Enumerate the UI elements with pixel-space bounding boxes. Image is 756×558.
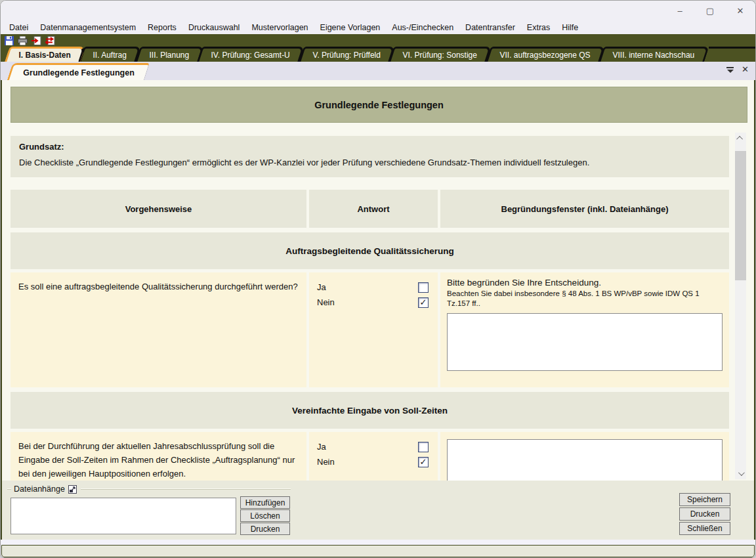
tab-viii-interne-nachschau[interactable]: VIII. interne Nachschau — [598, 47, 709, 62]
drucken-button[interactable]: Drucken — [679, 507, 730, 521]
close-button[interactable]: ✕ — [725, 1, 755, 20]
tab-label: I. Basis-Daten — [19, 51, 71, 60]
tab-iv-pruefung-gesamt-u[interactable]: IV. Prüfung: Gesamt-U — [198, 47, 305, 62]
grundsatz-text: Die Checkliste „Grundlegende Festlegunge… — [19, 158, 589, 167]
answer-cell: Ja Nein ✓ — [309, 272, 438, 387]
sub-tab-strip: Grundlegende Festlegungen ✕ — [1, 62, 755, 80]
tab-vi-pruefung-sonstige[interactable]: VI. Prüfung: Sonstige — [388, 47, 492, 62]
close-icon: ✕ — [737, 6, 744, 16]
data-transfer-button[interactable] — [45, 35, 56, 46]
print-button[interactable] — [17, 35, 28, 46]
bottom-panel: Dateianhänge Hinzufügen Löschen Drucken … — [2, 481, 754, 540]
checklist-row: Es soll eine auftragsbegleitende Qualitä… — [10, 272, 754, 387]
schliessen-button[interactable]: Schließen — [679, 522, 730, 535]
begruendung-textarea[interactable] — [447, 313, 723, 371]
answer-cell: Ja Nein ✓ — [309, 432, 438, 481]
tab-label: II. Auftrag — [93, 51, 127, 60]
tab-ii-auftrag[interactable]: II. Auftrag — [79, 47, 142, 62]
reason-note: Beachten Sie dabei insbesondere § 48 Abs… — [447, 289, 723, 309]
answer-label-nein: Nein — [317, 297, 335, 307]
column-headers: Vorgehensweise Antwort Begründungsfenste… — [10, 190, 754, 228]
menu-item-mustervorlagen[interactable]: Mustervorlagen — [245, 22, 314, 33]
question-text: Bei der Durchführung der aktuellen Jahre… — [10, 432, 306, 481]
check-in-button[interactable] — [31, 35, 42, 46]
grundsatz-box: Grundsatz: Die Checkliste „Grundlegende … — [10, 136, 729, 177]
page-title: Grundlegende Festlegungen — [10, 87, 747, 123]
tab-label: VI. Prüfung: Sonstige — [403, 51, 477, 60]
tab-label: VII. auftragsbezogene QS — [499, 51, 590, 60]
minimize-button[interactable]: – — [665, 1, 695, 20]
check-in-icon — [32, 36, 41, 45]
column-header-begruendungsfenster: Begründungsfenster (inkl. Dateianhänge) — [440, 190, 729, 228]
reason-cell — [440, 432, 729, 481]
answer-label-nein: Nein — [317, 457, 335, 467]
tab-v-pruefung-prueffeld[interactable]: V. Prüfung: Prüffeld — [299, 47, 395, 62]
pane-list-icon[interactable] — [726, 67, 734, 73]
menu-item-eigene-vorlagen[interactable]: Eigene Vorlagen — [314, 22, 387, 33]
menu-item-druckauswahl[interactable]: Druckauswahl — [182, 22, 246, 33]
speichern-button[interactable]: Speichern — [679, 493, 730, 506]
minimize-icon: – — [677, 6, 682, 16]
vertical-scrollbar[interactable] — [735, 133, 746, 479]
maximize-button[interactable]: ▢ — [695, 1, 725, 20]
drucken-attachments-button[interactable]: Drucken — [240, 523, 290, 535]
tab-i-basis-daten[interactable]: I. Basis-Daten — [5, 47, 85, 62]
save-button[interactable] — [3, 35, 14, 46]
scrollbar-up-button[interactable] — [735, 133, 746, 144]
tab-label: V. Prüfung: Prüffeld — [312, 51, 380, 60]
subtab-label: Grundlegende Festlegungen — [24, 68, 135, 77]
checklist-scroll-region: Grundlegende Festlegungen Grundsatz: Die… — [2, 80, 754, 481]
checkbox-ja[interactable] — [418, 282, 429, 293]
answer-label-ja: Ja — [317, 282, 326, 292]
tab-label: IV. Prüfung: Gesamt-U — [211, 51, 290, 60]
attachments-label: Dateianhänge — [14, 484, 65, 494]
grundsatz-heading: Grundsatz: — [19, 142, 721, 152]
menu-item-aus-einchecken[interactable]: Aus-/Einchecken — [386, 22, 459, 33]
section-title-soll-zeiten: Vereinfachte Eingabe von Soll-Zeiten — [10, 392, 729, 429]
content-area: Grundlegende Festlegungen Grundsatz: Die… — [1, 80, 755, 540]
checkbox-nein[interactable]: ✓ — [418, 297, 429, 308]
answer-label-ja: Ja — [317, 442, 326, 452]
menu-item-reports[interactable]: Reports — [142, 22, 182, 33]
scrollbar-thumb[interactable] — [735, 151, 746, 280]
tab-strip-filler — [709, 47, 755, 62]
app-window: – ▢ ✕ Datei Datenmanagementsystem Report… — [0, 0, 756, 558]
attachments-listbox[interactable] — [10, 498, 236, 534]
maximize-icon: ▢ — [706, 6, 714, 16]
checkbox-nein[interactable]: ✓ — [418, 457, 429, 467]
chevron-up-icon — [736, 136, 743, 142]
attachments-group: Dateianhänge — [7, 484, 291, 494]
status-bar — [1, 545, 755, 557]
tab-iii-planung[interactable]: III. Planung — [135, 47, 203, 62]
menu-bar: Datei Datenmanagementsystem Reports Druc… — [1, 20, 755, 34]
chevron-down-icon — [738, 469, 745, 476]
tab-label: III. Planung — [149, 51, 189, 60]
reason-cell: Bitte begründen Sie Ihre Entscheidung. B… — [440, 272, 729, 387]
tab-label: VIII. interne Nachschau — [612, 51, 694, 60]
data-transfer-icon — [45, 36, 55, 45]
resize-strip — [1, 540, 755, 545]
subtab-grundlegende-festlegungen[interactable]: Grundlegende Festlegungen — [7, 63, 150, 80]
begruendung-textarea[interactable] — [447, 439, 723, 481]
column-header-antwort: Antwort — [309, 190, 438, 228]
hinzufuegen-button[interactable]: Hinzufügen — [240, 496, 290, 509]
menu-item-datei[interactable]: Datei — [3, 22, 34, 33]
menu-item-datenmanagementsystem[interactable]: Datenmanagementsystem — [34, 22, 142, 33]
loeschen-button[interactable]: Löschen — [240, 509, 290, 522]
reason-title: Bitte begründen Sie Ihre Entscheidung. — [447, 278, 723, 288]
title-bar: – ▢ ✕ — [1, 1, 755, 20]
toolbar — [1, 34, 755, 47]
save-icon — [5, 36, 14, 45]
open-window-icon[interactable] — [68, 485, 77, 494]
menu-item-extras[interactable]: Extras — [521, 22, 556, 33]
tab-vii-auftragsbezogene-qs[interactable]: VII. auftragsbezogene QS — [486, 47, 605, 62]
scrollbar-down-button[interactable] — [735, 468, 746, 479]
main-tab-strip: I. Basis-Daten II. Auftrag III. Planung … — [1, 47, 755, 62]
checkbox-ja[interactable] — [418, 442, 429, 452]
print-icon — [18, 36, 28, 45]
pane-close-icon[interactable]: ✕ — [742, 66, 749, 74]
menu-item-datentransfer[interactable]: Datentransfer — [459, 22, 521, 33]
question-text: Es soll eine auftragsbegleitende Qualitä… — [10, 272, 306, 387]
menu-item-hilfe[interactable]: Hilfe — [556, 22, 584, 33]
section-title-qualitaetssicherung: Auftragsbegleitende Qualitätssicherung — [10, 232, 729, 269]
